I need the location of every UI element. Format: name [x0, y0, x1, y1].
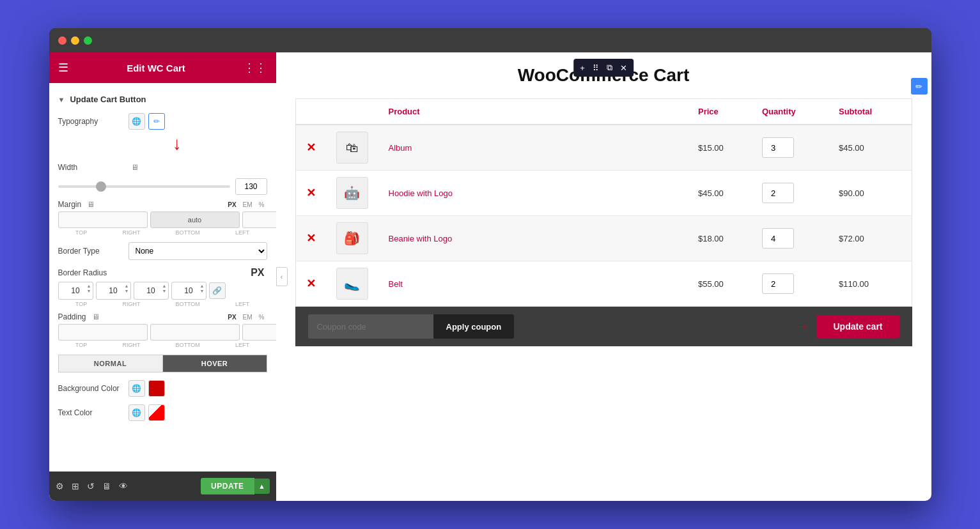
width-slider[interactable]: [58, 185, 230, 188]
product-thumb: 🤖: [336, 177, 368, 209]
layers-icon[interactable]: ⊞: [72, 481, 79, 491]
padding-label: Padding: [58, 312, 86, 321]
margin-top-input[interactable]: [58, 211, 148, 228]
coupon-input[interactable]: [308, 314, 433, 339]
settings-icon[interactable]: ⚙: [56, 481, 64, 491]
hover-btn[interactable]: HOVER: [162, 355, 267, 372]
margin-unit-px[interactable]: PX: [225, 201, 238, 209]
subtotal-cell: $110.00: [828, 261, 912, 307]
qty-input[interactable]: [762, 183, 794, 203]
margin-right-label: RIGHT: [122, 229, 140, 236]
text-color-controls: 🌐: [128, 404, 267, 421]
border-radius-unit[interactable]: PX: [248, 266, 267, 279]
widget-close-btn[interactable]: ✕: [619, 62, 628, 74]
product-name: Album: [389, 143, 412, 153]
margin-right-input[interactable]: [150, 211, 240, 228]
sidebar-collapse-btn[interactable]: ‹: [276, 267, 288, 286]
br-top-label: TOP: [75, 301, 87, 307]
qty-input[interactable]: [762, 273, 794, 294]
bg-color-globe-btn[interactable]: 🌐: [128, 380, 145, 397]
margin-unit-em[interactable]: EM: [240, 201, 255, 209]
remove-btn[interactable]: ✕: [306, 277, 316, 290]
padding-unit-px[interactable]: PX: [225, 313, 238, 321]
br-top-arrows: ▲ ▼: [87, 284, 91, 295]
red-arrow-indicator: ↓: [49, 134, 276, 159]
product-name: Beanie with Logo: [389, 234, 453, 243]
typography-edit-btn[interactable]: ✏: [148, 113, 165, 130]
border-type-select[interactable]: None: [128, 242, 267, 260]
widget-copy-btn[interactable]: ⧉: [605, 61, 614, 74]
red-arrow: ↓: [173, 135, 182, 153]
padding-unit-tabs: PX EM %: [225, 313, 267, 321]
border-radius-left-input[interactable]: 10 ▲ ▼: [171, 282, 206, 300]
typography-row: Typography 🌐 ✏: [49, 109, 276, 134]
margin-unit-pct[interactable]: %: [256, 201, 267, 209]
product-subtotal: $90.00: [839, 188, 864, 198]
padding-right-input[interactable]: [150, 324, 240, 341]
normal-btn[interactable]: NORMAL: [58, 355, 162, 372]
hamburger-icon[interactable]: ☰: [58, 61, 68, 75]
text-color-globe-btn[interactable]: 🌐: [128, 404, 145, 421]
border-radius-top-input[interactable]: 10 ▲ ▼: [58, 282, 93, 300]
product-thumb: 🛍: [336, 132, 368, 164]
price-cell: $15.00: [688, 125, 752, 171]
product-name: Belt: [389, 279, 403, 289]
close-dot[interactable]: [58, 36, 66, 45]
margin-label-row: Margin 🖥 PX EM %: [58, 200, 267, 209]
padding-inputs: 🔗: [58, 324, 267, 341]
bg-color-swatch[interactable]: [148, 380, 165, 397]
col-header-quantity: Quantity: [752, 99, 828, 125]
slider-thumb[interactable]: [96, 181, 106, 192]
padding-bottom-input[interactable]: [242, 324, 276, 341]
typography-globe-btn[interactable]: 🌐: [128, 113, 145, 130]
border-radius-right-input[interactable]: 10 ▲ ▼: [96, 282, 131, 300]
col-header-remove: [295, 99, 326, 125]
responsive-icon[interactable]: 🖥: [102, 481, 111, 491]
product-name-cell: Album: [378, 125, 688, 171]
thumb-cell: 🛍: [326, 125, 378, 171]
qty-input[interactable]: [762, 228, 794, 249]
right-edit-btn[interactable]: ✏: [911, 78, 928, 95]
table-row: ✕ 🥿 Belt $55.00 $110.00: [295, 261, 912, 307]
widget-move-btn[interactable]: ⠿: [591, 62, 600, 74]
padding-unit-pct[interactable]: %: [256, 313, 267, 321]
margin-bottom-input[interactable]: [242, 211, 276, 228]
product-subtotal: $110.00: [839, 279, 869, 289]
update-arrow-indicator: →: [795, 318, 809, 335]
apply-coupon-button[interactable]: Apply coupon: [433, 314, 515, 339]
border-radius-label: Border Radius: [58, 268, 107, 277]
typography-controls: 🌐 ✏: [128, 113, 267, 130]
border-type-label: Border Type: [58, 247, 128, 256]
text-color-swatch[interactable]: [148, 404, 165, 421]
history-icon[interactable]: ↺: [87, 481, 95, 491]
update-button[interactable]: UPDATE: [201, 478, 254, 494]
product-price: $15.00: [698, 143, 724, 153]
remove-btn[interactable]: ✕: [306, 187, 316, 199]
width-value-input[interactable]: [235, 178, 267, 195]
padding-row: Padding 🖥 PX EM %: [49, 310, 276, 351]
section-arrow: ▼: [58, 96, 65, 103]
br-link-btn[interactable]: 🔗: [209, 282, 226, 299]
section-header[interactable]: ▼ Update Cart Button: [49, 89, 276, 109]
qty-cell: [752, 125, 828, 171]
product-price: $55.00: [698, 279, 724, 289]
border-radius-bottom-input[interactable]: 10 ▲ ▼: [134, 282, 169, 300]
update-cart-button[interactable]: Update cart: [816, 315, 899, 338]
maximize-dot[interactable]: [84, 36, 92, 45]
update-arrow-button[interactable]: ▲: [254, 479, 270, 494]
widget-add-btn[interactable]: +: [579, 62, 586, 74]
cart-table-body: ✕ 🛍 Album $15.00 $45.00 ✕ 🤖: [295, 125, 912, 307]
padding-unit-em[interactable]: EM: [240, 313, 255, 321]
remove-btn[interactable]: ✕: [306, 232, 316, 245]
bg-color-label: Background Color: [58, 384, 128, 393]
minimize-dot[interactable]: [71, 36, 79, 45]
grid-icon[interactable]: ⋮⋮: [244, 61, 267, 75]
preview-icon[interactable]: 👁: [119, 481, 128, 491]
remove-btn[interactable]: ✕: [306, 141, 316, 154]
padding-top-input[interactable]: [58, 324, 148, 341]
qty-cell: [752, 171, 828, 216]
bg-color-row: Background Color 🌐: [49, 376, 276, 401]
margin-top-label: TOP: [75, 229, 87, 236]
bg-color-controls: 🌐: [128, 380, 267, 397]
qty-input[interactable]: [762, 137, 794, 158]
